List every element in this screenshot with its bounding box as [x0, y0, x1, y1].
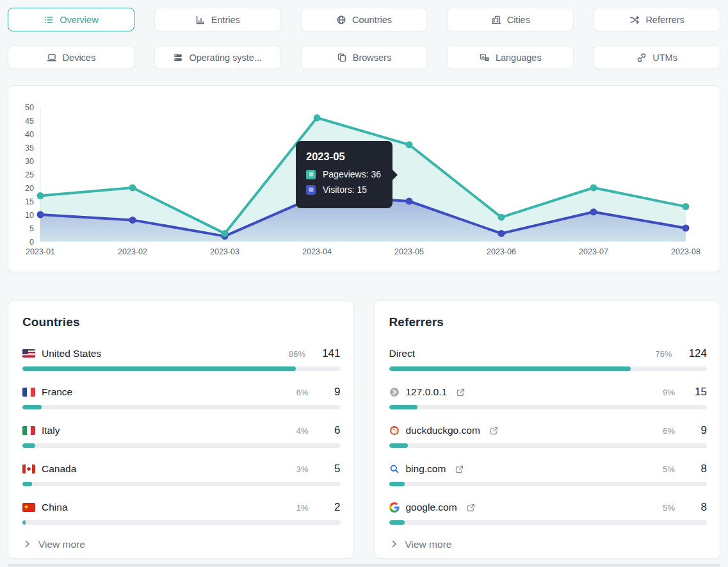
stat-label: Italy	[42, 425, 60, 436]
tab-devices[interactable]: Devices	[8, 45, 134, 69]
chevron-right-icon	[25, 539, 30, 550]
link-icon	[636, 53, 647, 63]
svg-text:2023-08: 2023-08	[671, 247, 700, 256]
chevron-right-icon	[392, 539, 397, 550]
external-link-icon[interactable]	[467, 504, 475, 512]
y-axis: 05101520253035404550	[25, 103, 40, 247]
svg-text:A: A	[481, 54, 485, 58]
stat-percent: 6%	[653, 426, 675, 436]
referrer-row-direct[interactable]: Direct76%124	[389, 347, 708, 371]
tab-referrers[interactable]: Referrers	[594, 8, 720, 31]
stat-bar-fill	[22, 482, 32, 486]
stat-percent: 3%	[287, 464, 309, 474]
svg-text:2023-03: 2023-03	[210, 247, 239, 256]
stat-line: 127.0.0.19%15	[389, 385, 708, 399]
stat-label: France	[42, 386, 72, 398]
country-row-italy[interactable]: Italy4%6	[22, 423, 341, 448]
svg-text:2023-05: 2023-05	[394, 247, 424, 256]
stat-bar-track	[389, 482, 708, 486]
tab-label: Countries	[352, 15, 392, 25]
stat-bar-fill	[389, 366, 631, 371]
stat-line: google.com5%8	[389, 500, 708, 514]
stat-percent: 6%	[287, 388, 309, 397]
default-favicon-icon	[389, 387, 400, 397]
stat-percent: 5%	[653, 503, 675, 513]
external-link-icon[interactable]	[457, 388, 465, 397]
stat-label: Direct	[389, 348, 415, 359]
stat-percent: 9%	[653, 388, 675, 397]
chart-tooltip: 2023-05 Pageviews: 36Visitors: 15	[296, 141, 392, 208]
country-row-china[interactable]: China1%2	[22, 500, 341, 525]
tab-label: Referrers	[645, 15, 684, 25]
stat-percent: 76%	[651, 349, 672, 359]
tab-overview[interactable]: Overview	[8, 8, 134, 31]
referrers-view-more[interactable]: View more	[389, 539, 708, 550]
stat-line: Direct76%124	[389, 347, 708, 361]
svg-text:20: 20	[25, 184, 34, 193]
svg-text:50: 50	[25, 103, 34, 112]
referrer-row-google-com[interactable]: google.com5%8	[389, 500, 708, 525]
stat-label: United States	[42, 348, 101, 359]
stat-bar-track	[389, 405, 708, 409]
stats-tab-bar: OverviewEntriesCountriesCitiesReferrersD…	[8, 8, 720, 69]
laptop-icon	[47, 53, 57, 63]
tooltip-rows: Pageviews: 36Visitors: 15	[306, 169, 384, 195]
tab-label: Operating syste...	[189, 53, 262, 63]
tab-entries[interactable]: Entries	[154, 8, 281, 31]
analytics-dashboard: OverviewEntriesCountriesCitiesReferrersD…	[0, 8, 728, 567]
next-section-edge	[8, 564, 720, 567]
google-icon	[389, 502, 400, 513]
stat-count: 9	[325, 386, 341, 399]
referrer-row-duckduckgo-com[interactable]: duckduckgo.com6%9	[389, 423, 708, 448]
tooltip-row-pageviews: Pageviews: 36	[306, 169, 384, 179]
countries-card: Countries United States86%141France6%9It…	[8, 300, 354, 559]
stat-bar-fill	[389, 405, 418, 409]
tab-utms[interactable]: UTMs	[594, 45, 720, 69]
tab-operating-syste[interactable]: Operating syste...	[154, 45, 281, 69]
referrer-row-127-0-0-1[interactable]: 127.0.0.19%15	[389, 385, 708, 409]
countries-card-title: Countries	[22, 315, 341, 329]
tab-cities[interactable]: Cities	[447, 8, 574, 31]
flag-cn-icon	[22, 503, 35, 512]
tab-countries[interactable]: Countries	[301, 8, 428, 31]
stat-percent: 86%	[284, 349, 305, 359]
stat-count: 2	[325, 501, 341, 514]
external-link-icon[interactable]	[490, 427, 498, 435]
svg-text:25: 25	[25, 170, 34, 179]
tab-languages[interactable]: AZLanguages	[447, 45, 574, 69]
tab-label: Devices	[63, 53, 96, 63]
referrers-card: Referrers Direct76%124127.0.0.19%15duckd…	[375, 300, 721, 559]
stat-bar-track	[22, 405, 341, 409]
countries-list: United States86%141France6%9Italy4%6Cana…	[22, 347, 341, 525]
svg-text:10: 10	[25, 211, 34, 220]
referrer-row-bing-com[interactable]: bing.com5%8	[389, 462, 708, 486]
countries-view-more[interactable]: View more	[22, 539, 341, 550]
stat-count: 5	[325, 463, 341, 475]
stat-percent: 1%	[287, 503, 309, 513]
browser-pages-icon	[337, 53, 347, 63]
flag-fr-icon	[22, 388, 35, 397]
stat-bar-track	[22, 482, 341, 486]
tooltip-row-text: Visitors: 15	[323, 185, 367, 195]
stat-count: 141	[322, 347, 340, 360]
stat-bar-fill	[22, 366, 296, 371]
country-row-united-states[interactable]: United States86%141	[22, 347, 341, 371]
stat-label: bing.com	[406, 463, 446, 475]
stat-bar-track	[389, 520, 708, 525]
country-row-canada[interactable]: Canada3%5	[22, 462, 341, 486]
svg-text:2023-04: 2023-04	[302, 247, 332, 256]
tab-label: Overview	[60, 15, 98, 25]
svg-text:2023-07: 2023-07	[579, 247, 608, 256]
tab-label: Cities	[507, 15, 530, 25]
stat-bar-track	[22, 366, 341, 371]
duckduckgo-icon	[389, 425, 400, 436]
external-link-icon[interactable]	[455, 465, 464, 473]
series-marker-icon	[306, 170, 316, 179]
stat-label: duckduckgo.com	[406, 425, 480, 436]
stat-bar-fill	[22, 443, 35, 448]
shuffle-icon	[629, 15, 640, 25]
svg-text:15: 15	[25, 197, 34, 206]
bar-chart-icon	[195, 15, 206, 25]
country-row-france[interactable]: France6%9	[22, 385, 341, 409]
tab-browsers[interactable]: Browsers	[301, 45, 428, 69]
